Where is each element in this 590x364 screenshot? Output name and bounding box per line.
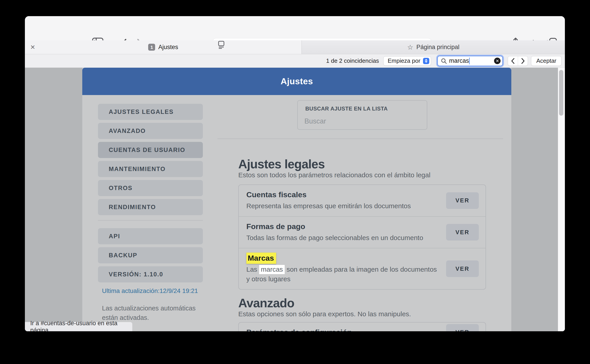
sidebar-item-backup[interactable]: BACKUP <box>98 247 203 263</box>
tab-label: Ajustes <box>158 44 178 51</box>
clear-icon[interactable]: ✕ <box>494 58 500 64</box>
browser-window: demoenico.180gr.com ↻ + ✕ 1 Ajustes ☆ Pá… <box>25 16 565 331</box>
find-highlight-active: Marcas <box>246 253 276 264</box>
page-header: Ajustes <box>82 68 511 95</box>
sidebar-divider <box>98 220 203 221</box>
auto-update-note: Las actualizaciones automáticas están ac… <box>102 304 201 322</box>
reader-icon[interactable] <box>218 41 225 49</box>
scrollbar-thumb[interactable] <box>559 70 563 116</box>
settings-search-placeholder: Buscar <box>305 117 427 125</box>
text-caret <box>469 58 470 64</box>
setting-row-marcas: MarcasLas marcas son empleadas para la i… <box>239 248 486 289</box>
sidebar-item-otros[interactable]: OTROS <box>98 180 203 196</box>
section-title-ajustes-legales: Ajustes legales <box>238 157 324 171</box>
ver-button-parametros-de-configuracion[interactable]: VER <box>446 324 479 332</box>
setting-description: Todas las formas de pago seleccionables … <box>246 233 439 243</box>
tab-ajustes[interactable]: ✕ 1 Ajustes <box>25 40 302 54</box>
find-mode-dropdown[interactable]: Empieza por <box>383 56 431 66</box>
sidebar-item-rendimiento[interactable]: RENDIMIENTO <box>98 199 203 215</box>
find-accept-button[interactable]: Aceptar <box>531 56 562 66</box>
find-query-text: marcas <box>449 57 469 64</box>
sidebar-item-ajustes-legales[interactable]: AJUSTES LEGALES <box>98 104 203 120</box>
setting-title: Cuentas fiscales <box>246 190 441 199</box>
setting-description: Las marcas son empleadas para la imagen … <box>246 265 439 284</box>
star-icon: ☆ <box>407 43 413 51</box>
dropdown-stepper-icon <box>423 58 429 64</box>
content-wrapper: Ajustes AJUSTES LEGALESAVANZADOCUENTAS D… <box>82 68 511 331</box>
page-scrollbar[interactable] <box>558 68 565 331</box>
page-title: Ajustes <box>281 76 313 86</box>
find-next-icon[interactable] <box>518 56 528 66</box>
settings-card-avanzado: Parámetros de configuraciónVER <box>238 322 486 331</box>
find-mode-label: Empieza por <box>388 57 420 64</box>
page-viewport: Ajustes AJUSTES LEGALESAVANZADOCUENTAS D… <box>25 68 565 331</box>
setting-title: Parámetros de configuración <box>246 328 441 331</box>
setting-row-formas-de-pago: Formas de pagoTodas las formas de pago s… <box>239 216 486 248</box>
close-tab-icon[interactable]: ✕ <box>29 44 37 51</box>
ver-button-marcas[interactable]: VER <box>446 260 479 277</box>
find-previous-icon[interactable] <box>508 56 518 66</box>
ver-button-formas-de-pago[interactable]: VER <box>446 224 479 240</box>
sidebar-item-cuentas-de-usuario[interactable]: CUENTAS DE USUARIO <box>98 142 203 158</box>
section-title-avanzado: Avanzado <box>238 296 294 310</box>
setting-description: Representa las empresas que emitirán los… <box>246 201 439 211</box>
settings-card-ajustes-legales: Cuentas fiscalesRepresenta las empresas … <box>238 184 486 290</box>
settings-search-label: BUSCAR AJUSTE EN LA LISTA <box>305 106 427 112</box>
favicon-badge: 1 <box>148 44 155 51</box>
settings-sidebar: AJUSTES LEGALESAVANZADOCUENTAS DE USUARI… <box>98 104 203 322</box>
search-icon <box>441 58 447 64</box>
sidebar-item-version-1-10-0[interactable]: VERSIÓN: 1.10.0 <box>98 266 203 282</box>
setting-row-parametros-de-configuracion: Parámetros de configuraciónVER <box>239 323 486 331</box>
sidebar-item-avanzado[interactable]: AVANZADO <box>98 123 203 139</box>
status-tooltip: Ir a #cuentas-de-usuario en esta página <box>25 322 132 331</box>
last-update-link[interactable]: Ultima actualización:12/9/24 19:21 <box>102 287 203 294</box>
find-bar: 1 de 2 coincidencias Empieza por marcas … <box>25 54 565 68</box>
section-subtitle: Estas opciones son sólo para expertos. N… <box>238 310 411 318</box>
find-input[interactable]: marcas ✕ <box>437 56 503 66</box>
sidebar-nav: AJUSTES LEGALESAVANZADOCUENTAS DE USUARI… <box>98 104 203 215</box>
find-highlight-passive: marcas <box>259 265 285 274</box>
find-matches-count: 1 de 2 coincidencias <box>326 57 379 64</box>
settings-search-box[interactable]: BUSCAR AJUSTE EN LA LISTA Buscar <box>297 100 427 130</box>
content-divider <box>217 138 503 139</box>
sidebar-item-api[interactable]: API <box>98 228 203 244</box>
tab-bar: ✕ 1 Ajustes ☆ Página principal <box>25 40 565 54</box>
sidebar-secondary: APIBACKUPVERSIÓN: 1.10.0 <box>98 228 203 282</box>
tab-pagina-principal[interactable]: ☆ Página principal <box>302 40 565 54</box>
setting-title: Formas de pago <box>246 222 441 231</box>
setting-row-cuentas-fiscales: Cuentas fiscalesRepresenta las empresas … <box>239 185 486 216</box>
ver-button-cuentas-fiscales[interactable]: VER <box>446 192 479 209</box>
section-subtitle: Estos son todos los parámetros relaciona… <box>238 171 430 179</box>
title-bar: demoenico.180gr.com ↻ + <box>25 16 565 40</box>
tab-label: Página principal <box>416 44 459 51</box>
setting-title: Marcas <box>246 254 441 262</box>
sidebar-item-mantenimiento[interactable]: MANTENIMIENTO <box>98 161 203 177</box>
